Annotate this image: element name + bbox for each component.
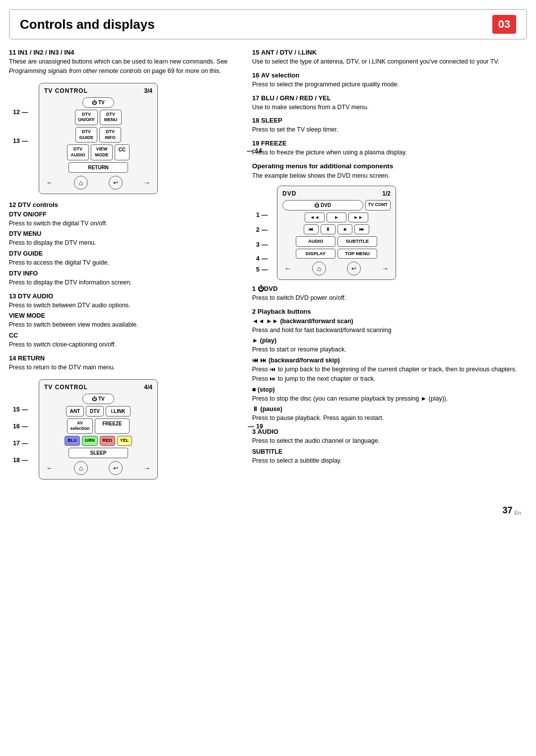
ff-btn[interactable]: ►►: [348, 212, 368, 222]
stop-block: ■ (stop) Press to stop the disc (you can…: [252, 386, 527, 404]
dtv-onoff-btn[interactable]: DTVON/OFF: [75, 110, 98, 125]
remote-power-row: ⏻ TV: [44, 97, 152, 108]
chapter-badge: 03: [492, 15, 516, 34]
label-14: —14: [247, 147, 262, 154]
dvd-section-2: 2 Playback buttons ◄◄ ►► (backward/forwa…: [252, 308, 527, 423]
section-16-heading: 16 AV selection: [252, 71, 527, 79]
audio-btn[interactable]: AUDIO: [296, 236, 335, 246]
cc-btn[interactable]: CC: [115, 144, 130, 160]
remote-row-dtv-guide-info: DTVGUIDE DTVINFO: [44, 127, 152, 142]
stop-btn[interactable]: ■: [337, 224, 352, 234]
section-12: 12 DTV controls DTV ON/OFF Press to swit…: [9, 201, 237, 287]
remote-box-tv-3-4: TV CONTROL 3/4 ⏻ TV DTVON/OFF DTVMENU DT…: [39, 83, 158, 194]
dvd-row-1: ⏻ DVD TV CONT: [282, 200, 391, 210]
section-18-heading: 18 SLEEP: [252, 117, 527, 124]
section-13: 13 DTV AUDIO Press to switch between DTV…: [9, 292, 237, 349]
bwd-fwd-scan-block: ◄◄ ►► (backward/forward scan) Press and …: [252, 318, 527, 335]
label-16: 16—: [13, 423, 28, 430]
return-btn[interactable]: RETURN: [68, 162, 128, 173]
home-btn[interactable]: ⌂: [74, 176, 88, 190]
back-btn[interactable]: ↩: [109, 176, 123, 190]
subtitle-btn[interactable]: SUBTITLE: [337, 236, 377, 246]
dvd-remote-wrapper: 1— 2— 3— 4— 5— —6 —7 DVD: [277, 186, 527, 280]
right-arrow2-icon[interactable]: →: [143, 464, 150, 472]
dvd-remote-header: DVD 1/2: [282, 190, 391, 197]
remote-box-tv-4-4: TV CONTROL 4/4 ⏻ TV ANT DTV i.LINK AVsel…: [39, 379, 158, 480]
remote-row-dtv-audio-cc: DTVAUDIO VIEWMODE CC: [44, 144, 152, 160]
rewind-btn[interactable]: ◄◄: [305, 212, 325, 222]
tv2-power-btn[interactable]: ⏻ TV: [82, 394, 114, 404]
av-selection-btn[interactable]: AVselection: [67, 418, 93, 434]
red-btn[interactable]: RED: [100, 436, 115, 446]
section-14: 14 RETURN Press to return to the DTV mai…: [9, 354, 237, 372]
page-header: Controls and displays 03: [9, 9, 527, 40]
skip-fwd-btn[interactable]: ⏭: [354, 224, 369, 234]
top-menu-btn[interactable]: TOP MENU: [337, 249, 377, 259]
dvd-label-4: 4—: [256, 255, 268, 262]
dtv-btn[interactable]: DTV: [86, 406, 104, 416]
view-mode-block: VIEW MODE Press to switch between view m…: [9, 312, 237, 330]
remote-arrow-row: ← ⌂ ↩ →: [44, 176, 152, 190]
home2-btn[interactable]: ⌂: [74, 461, 88, 475]
dtv-guide-btn[interactable]: DTVGUIDE: [75, 127, 97, 142]
dvd-back-btn[interactable]: ↩: [347, 262, 361, 275]
section-15: 15 ANT / DTV / i.LINK Use to select the …: [252, 49, 527, 67]
section-11: 11 IN1 / IN2 / IN3 / IN4 These are unass…: [9, 49, 237, 76]
remote-tv-control-4-4: 15— 16— 17— 18— —19 TV CONTROL 4/4: [39, 379, 237, 480]
remote2-arrow-row: ← ⌂ ↩ →: [44, 461, 152, 475]
dtv-audio-btn[interactable]: DTVAUDIO: [67, 144, 89, 160]
grn-btn[interactable]: GRN: [82, 436, 98, 446]
dtv-info-btn[interactable]: DTVINFO: [99, 127, 121, 142]
dvd-row-2b: ⏮ ⏸ ■ ⏭: [282, 224, 391, 234]
dvd-row-3: AUDIO SUBTITLE: [282, 236, 391, 246]
dvd-section-1: 1 ⏻DVD Press to switch DVD power on/off.: [252, 285, 527, 303]
dvd-home-btn[interactable]: ⌂: [312, 262, 326, 275]
bwd-fwd-skip-block: ⏮ ⏭ (backward/forward skip) Press ⏮ to j…: [252, 357, 527, 384]
dvd-row-2a: ◄◄ ► ►►: [282, 212, 391, 222]
bottom-bar: 37 En: [0, 500, 536, 521]
dvd-label-2: 2—: [256, 226, 268, 233]
dvd-label-1: 1—: [256, 211, 268, 218]
pause-btn[interactable]: ⏸: [321, 224, 335, 234]
page-number: 37: [503, 505, 513, 516]
dtv-info-block: DTV INFO Press to display the DTV inform…: [9, 270, 237, 287]
play-block: ► (play) Press to start or resume playba…: [252, 337, 527, 354]
left-column: 11 IN1 / IN2 / IN3 / IN4 These are unass…: [9, 49, 252, 486]
display-btn[interactable]: DISPLAY: [296, 249, 335, 259]
dvd-power-btn[interactable]: ⏻ DVD: [282, 200, 363, 210]
section-17: 17 BLU / GRN / RED / YEL Use to make sel…: [252, 94, 527, 112]
dvd-right-arrow-icon[interactable]: →: [382, 265, 389, 273]
remote-header-4-4: TV CONTROL 4/4: [44, 384, 152, 391]
dvd-left-arrow-icon[interactable]: ←: [284, 265, 291, 273]
skip-back-btn[interactable]: ⏮: [304, 224, 319, 234]
section-14-heading: 14 RETURN: [9, 354, 237, 362]
back2-btn[interactable]: ↩: [109, 461, 123, 475]
dtv-menu-block: DTV MENU Press to display the DTV menu.: [9, 230, 237, 248]
section-12-heading: 12 DTV controls: [9, 201, 237, 208]
yel-btn[interactable]: YEL: [117, 436, 132, 446]
section-19-heading: 19 FREEZE: [252, 139, 527, 147]
view-mode-btn[interactable]: VIEWMODE: [91, 144, 113, 160]
freeze-btn[interactable]: FREEZE: [95, 418, 130, 434]
page-lang: En: [515, 510, 521, 516]
dtv-guide-block: DTV GUIDE Press to access the digital TV…: [9, 250, 237, 268]
label-15: 15—: [13, 406, 28, 413]
right-arrow-icon[interactable]: →: [143, 179, 150, 187]
ant-btn[interactable]: ANT: [66, 406, 84, 416]
ilink-btn[interactable]: i.LINK: [106, 406, 131, 416]
sleep-btn[interactable]: SLEEP: [68, 448, 128, 458]
operating-menus-section: Operating menus for additional component…: [252, 162, 527, 181]
label-12: 12—: [13, 109, 28, 116]
left-arrow2-icon[interactable]: ←: [46, 464, 53, 472]
blu-btn[interactable]: BLU: [65, 436, 80, 446]
tv-cont-btn[interactable]: TV CONT: [365, 200, 391, 210]
dvd-arrow-row: ← ⌂ ↩ →: [282, 262, 391, 275]
page-title: Controls and displays: [20, 17, 155, 32]
dtv-menu-btn[interactable]: DTVMENU: [100, 110, 122, 125]
dtv-on-off-block: DTV ON/OFF Press to switch the digital T…: [9, 211, 237, 228]
play-btn[interactable]: ►: [327, 212, 346, 222]
remote2-row-ant-dtv-ilink: ANT DTV i.LINK: [44, 406, 152, 416]
tv-power-btn[interactable]: ⏻ TV: [82, 97, 114, 108]
left-arrow-icon[interactable]: ←: [46, 179, 53, 187]
subtitle-block: SUBTITLE Press to select a subtitle disp…: [252, 448, 527, 466]
